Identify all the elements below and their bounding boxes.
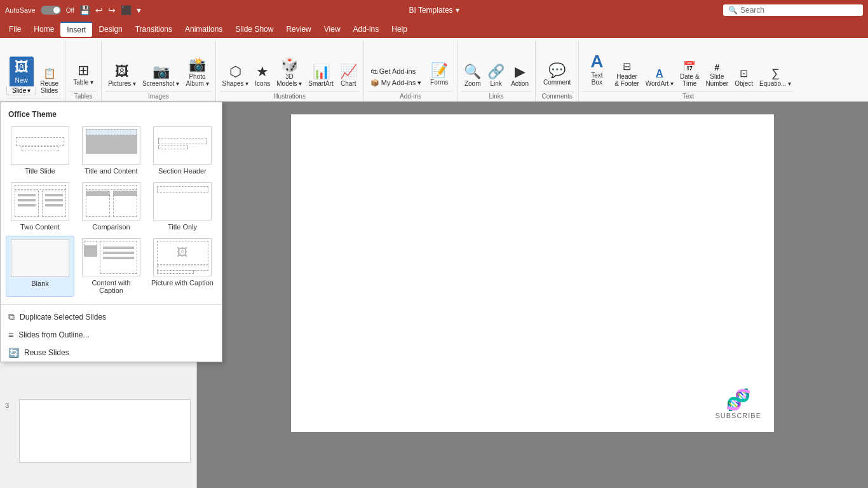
ribbon-group-slides: 🖼 New Slide ▾ 📋 ReuseSlides bbox=[3, 41, 65, 101]
menu-transitions[interactable]: Transitions bbox=[129, 22, 179, 36]
menu-bar: File Home Insert Design Transitions Anim… bbox=[0, 20, 868, 38]
canvas-area: 🧬 SUBSCRIBE bbox=[197, 102, 868, 488]
layout-two-content[interactable]: Two Content bbox=[6, 180, 74, 233]
layout-title-slide-label: Title Slide bbox=[25, 167, 55, 175]
menu-insert[interactable]: Insert bbox=[60, 22, 92, 37]
object-button[interactable]: ⊡ Object bbox=[732, 67, 756, 88]
date-time-button[interactable]: 📅 Date &Time bbox=[677, 60, 702, 88]
reuse-slides-item[interactable]: 🔄 Reuse Slides bbox=[1, 344, 197, 362]
layout-section-header[interactable]: Section Header bbox=[148, 124, 197, 177]
autosave-label: AutoSave bbox=[5, 6, 36, 14]
autosave-toggle[interactable] bbox=[41, 6, 61, 15]
menu-view[interactable]: View bbox=[318, 22, 347, 36]
ribbon: 🖼 New Slide ▾ 📋 ReuseSlides ⊞ bbox=[0, 38, 868, 102]
layout-title-content[interactable]: Title and Content bbox=[77, 124, 146, 177]
save-icon[interactable]: 💾 bbox=[79, 5, 90, 15]
thumb-blank bbox=[11, 239, 69, 277]
forms-button[interactable]: 📝 Forms bbox=[425, 61, 453, 88]
outline-icon: ≡ bbox=[8, 330, 13, 340]
slide-3-thumb[interactable] bbox=[19, 399, 191, 463]
slide-3-container: 3 bbox=[5, 399, 192, 463]
ribbon-addins-label: Add-ins bbox=[368, 91, 453, 101]
layout-title-content-label: Title and Content bbox=[85, 167, 137, 175]
my-addins-button[interactable]: 📦 My Add-ins ▾ bbox=[368, 78, 424, 88]
ribbon-tables-label: Tables bbox=[69, 91, 97, 101]
zoom-button[interactable]: 🔍 Zoom bbox=[461, 64, 484, 88]
get-addins-button[interactable]: 🛍 Get Add-ins bbox=[368, 66, 424, 76]
ribbon-addins-buttons: 🛍 Get Add-ins 📦 My Add-ins ▾ 📝 Forms bbox=[368, 41, 453, 90]
screenshot-button[interactable]: 📷 Screenshot ▾ bbox=[140, 64, 182, 88]
ribbon-slides-buttons: 🖼 New Slide ▾ 📋 ReuseSlides bbox=[6, 41, 61, 97]
new-slide-label: New bbox=[15, 77, 28, 84]
undo-icon[interactable]: ↩ bbox=[95, 5, 103, 15]
new-slide-button[interactable]: 🖼 New Slide ▾ bbox=[6, 57, 36, 95]
new-slide-dropdown[interactable]: Slide ▾ bbox=[6, 86, 36, 95]
ribbon-comments-buttons: 💬 Comment bbox=[539, 41, 574, 90]
redo-icon[interactable]: ↪ bbox=[108, 5, 116, 15]
search-input[interactable] bbox=[740, 6, 855, 15]
layout-comparison[interactable]: Comparison bbox=[77, 180, 146, 233]
ribbon-group-tables: ⊞ Table ▾ Tables bbox=[65, 41, 102, 101]
menu-help[interactable]: Help bbox=[385, 22, 414, 36]
search-bar[interactable]: 🔍 bbox=[723, 4, 863, 16]
menu-slideshow[interactable]: Slide Show bbox=[229, 22, 280, 36]
icons-button[interactable]: ★ Icons bbox=[252, 64, 273, 88]
reuse-slides-button[interactable]: 📋 ReuseSlides bbox=[37, 67, 61, 95]
menu-home[interactable]: Home bbox=[27, 22, 60, 36]
ribbon-group-addins: 🛍 Get Add-ins 📦 My Add-ins ▾ 📝 Forms Add… bbox=[364, 41, 458, 101]
layout-title-only-label: Title Only bbox=[168, 223, 197, 231]
smartart-button[interactable]: 📊 SmartArt bbox=[306, 64, 336, 88]
layout-comparison-label: Comparison bbox=[92, 223, 130, 231]
customize-icon[interactable]: ▾ bbox=[137, 5, 141, 15]
ribbon-group-illustrations: ⬡ Shapes ▾ ★ Icons 🎲 3DModels ▾ 📊 SmartA… bbox=[216, 41, 364, 101]
layout-blank[interactable]: Blank bbox=[6, 236, 74, 297]
action-button[interactable]: ▶ Action bbox=[508, 64, 531, 88]
3d-models-button[interactable]: 🎲 3DModels ▾ bbox=[274, 57, 304, 88]
slides-outline-item[interactable]: ≡ Slides from Outline... bbox=[1, 326, 197, 344]
layout-section-header-label: Section Header bbox=[158, 167, 197, 175]
ribbon-links-buttons: 🔍 Zoom 🔗 Link ▶ Action bbox=[461, 41, 531, 90]
text-box-button[interactable]: A TextBox bbox=[583, 50, 611, 88]
thumb-picture-caption: 🖼 bbox=[153, 238, 197, 276]
thumb-title-content bbox=[82, 126, 140, 165]
ribbon-images-label: Images bbox=[105, 91, 211, 101]
layout-title-slide[interactable]: Title Slide bbox=[6, 124, 74, 177]
equation-button[interactable]: ∑ Equatio... ▾ bbox=[757, 66, 794, 88]
ribbon-group-text: A TextBox ⊟ Header& Footer A WordArt ▾ 📅… bbox=[579, 41, 797, 101]
photo-album-button[interactable]: 📸 PhotoAlbum ▾ bbox=[183, 57, 211, 88]
shapes-button[interactable]: ⬡ Shapes ▾ bbox=[220, 64, 252, 88]
duplicate-slides-item[interactable]: ⧉ Duplicate Selected Slides bbox=[1, 308, 197, 326]
header-footer-button[interactable]: ⊟ Header& Footer bbox=[612, 60, 641, 88]
table-button[interactable]: ⊞ Table ▾ bbox=[69, 61, 97, 88]
slide-number-button[interactable]: # SlideNumber bbox=[703, 62, 731, 88]
layout-picture-caption[interactable]: 🖼 Picture with Caption bbox=[148, 236, 197, 297]
slide-panel: Office Theme Title Slide bbox=[0, 102, 197, 488]
title-dropdown-icon[interactable]: ▾ bbox=[456, 6, 459, 15]
ribbon-group-images: 🖼 Pictures ▾ 📷 Screenshot ▾ 📸 PhotoAlbum… bbox=[102, 41, 215, 101]
link-button[interactable]: 🔗 Link bbox=[485, 64, 507, 88]
layout-title-only[interactable]: Title Only bbox=[148, 180, 197, 233]
office-theme-label: Office Theme bbox=[1, 107, 197, 121]
menu-file[interactable]: File bbox=[3, 22, 27, 36]
comment-button[interactable]: 💬 Comment bbox=[539, 61, 574, 88]
autosave-state: Off bbox=[66, 7, 74, 14]
wordart-button[interactable]: A WordArt ▾ bbox=[643, 67, 676, 88]
thumb-title-slide bbox=[11, 126, 69, 165]
layout-content-caption-label: Content with Caption bbox=[79, 279, 143, 294]
menu-design[interactable]: Design bbox=[92, 22, 128, 36]
chart-button[interactable]: 📈 Chart bbox=[337, 64, 360, 88]
ribbon-slides-label bbox=[6, 98, 61, 101]
ribbon-tables-buttons: ⊞ Table ▾ bbox=[69, 41, 97, 90]
menu-addins[interactable]: Add-ins bbox=[347, 22, 386, 36]
layout-grid: Title Slide Title and Content bbox=[1, 124, 197, 302]
pictures-button[interactable]: 🖼 Pictures ▾ bbox=[105, 64, 139, 88]
menu-review[interactable]: Review bbox=[280, 22, 317, 36]
dropdown-divider bbox=[1, 304, 197, 305]
title-bar-left: AutoSave Off 💾 ↩ ↪ ⬛ ▾ bbox=[5, 5, 141, 15]
duplicate-icon: ⧉ bbox=[8, 311, 15, 322]
present-icon[interactable]: ⬛ bbox=[121, 5, 132, 15]
layout-content-caption[interactable]: Content with Caption bbox=[77, 236, 146, 297]
slide-canvas[interactable]: 🧬 SUBSCRIBE bbox=[291, 114, 774, 432]
menu-animations[interactable]: Animations bbox=[179, 22, 229, 36]
title-bar-center: BI Templates ▾ bbox=[409, 6, 459, 15]
